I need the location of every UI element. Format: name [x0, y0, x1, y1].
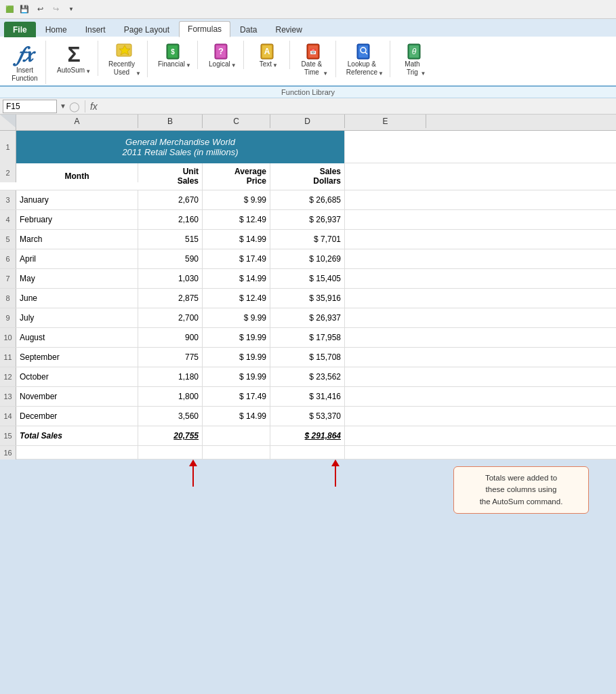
cell-2-b[interactable]: Unit Sales [138, 163, 203, 190]
cell-4-c[interactable]: $ 12.49 [203, 210, 270, 229]
undo-button[interactable]: ↩ [33, 3, 47, 16]
cell-12-c[interactable]: $ 19.99 [203, 367, 270, 386]
insert-function-button[interactable]: 𝑓𝑥 InsertFunction [9, 41, 40, 84]
save-button[interactable]: 💾 [18, 3, 31, 16]
cell-4-a[interactable]: February [16, 210, 138, 229]
cell-11-e[interactable] [345, 348, 426, 367]
cell-11-c[interactable]: $ 19.99 [203, 348, 270, 367]
cell-8-c[interactable]: $ 12.49 [203, 289, 270, 308]
cell-2-d[interactable]: Sales Dollars [270, 163, 345, 190]
cell-3-c[interactable]: $ 9.99 [203, 190, 270, 209]
cell-14-d[interactable]: $ 53,370 [270, 407, 345, 426]
tab-insert[interactable]: Insert [77, 22, 115, 37]
cell-15-c[interactable] [203, 426, 270, 445]
cell-5-b[interactable]: 515 [138, 230, 203, 249]
cell-14-e[interactable] [345, 407, 426, 426]
cell-9-d[interactable]: $ 26,937 [270, 308, 345, 327]
tab-formulas[interactable]: Formulas [179, 21, 230, 37]
tab-home[interactable]: Home [37, 22, 76, 37]
tab-file[interactable]: File [4, 22, 36, 37]
recently-used-button[interactable]: RecentlyUsed ▼ [106, 41, 143, 77]
cell-6-e[interactable] [345, 249, 426, 268]
customize-qat-button[interactable]: ▼ [64, 3, 78, 16]
cell-3-e[interactable] [345, 190, 426, 209]
col-header-c[interactable]: C [203, 115, 270, 128]
cell-1-e[interactable] [345, 131, 426, 150]
cell-ref-dropdown[interactable]: ▼ [60, 102, 66, 110]
cell-4-d[interactable]: $ 26,937 [270, 210, 345, 229]
cell-13-d[interactable]: $ 31,416 [270, 387, 345, 406]
lookup-button[interactable]: Lookup &Reference ▼ [344, 41, 386, 77]
tab-data[interactable]: Data [231, 22, 266, 37]
redo-button[interactable]: ↪ [49, 3, 62, 16]
cell-8-d[interactable]: $ 35,916 [270, 289, 345, 308]
cell-4-e[interactable] [345, 210, 426, 229]
cell-15-e[interactable] [345, 426, 426, 445]
cell-8-a[interactable]: June [16, 289, 138, 308]
cell-11-d[interactable]: $ 15,708 [270, 348, 345, 367]
cell-7-d[interactable]: $ 15,405 [270, 269, 345, 288]
cell-15-a[interactable]: Total Sales [16, 426, 138, 445]
cell-6-b[interactable]: 590 [138, 249, 203, 268]
datetime-button[interactable]: 📅 Date &Time ▼ [299, 41, 330, 77]
col-header-b[interactable]: B [138, 115, 203, 128]
cell-15-d[interactable]: $ 291,864 [270, 426, 345, 445]
cell-7-c[interactable]: $ 14.99 [203, 269, 270, 288]
col-header-a[interactable]: A [16, 115, 138, 128]
autosum-button[interactable]: Σ AutoSum ▼ [54, 41, 94, 76]
tab-review[interactable]: Review [266, 22, 310, 37]
text-button[interactable]: A Text ▼ [253, 41, 284, 69]
cell-16-c[interactable] [203, 446, 270, 460]
formula-input[interactable] [103, 102, 613, 111]
math-button[interactable]: θ MathTrig ▼ [400, 41, 431, 77]
cell-14-b[interactable]: 3,560 [138, 407, 203, 426]
cell-14-a[interactable]: December [16, 407, 138, 426]
cell-8-b[interactable]: 2,875 [138, 289, 203, 308]
cell-7-e[interactable] [345, 269, 426, 288]
tab-page-layout[interactable]: Page Layout [115, 22, 178, 37]
cell-10-c[interactable]: $ 19.99 [203, 328, 270, 347]
cell-3-b[interactable]: 2,670 [138, 190, 203, 209]
cell-16-a[interactable] [16, 446, 138, 460]
cell-7-b[interactable]: 1,030 [138, 269, 203, 288]
cell-reference-box[interactable]: F15 [3, 100, 57, 113]
cell-16-b[interactable] [138, 446, 203, 460]
cell-10-e[interactable] [345, 328, 426, 347]
cell-2-a[interactable]: Month [16, 163, 138, 182]
cell-12-e[interactable] [345, 367, 426, 386]
cell-3-a[interactable]: January [16, 190, 138, 209]
cell-10-a[interactable]: August [16, 328, 138, 347]
cell-15-b[interactable]: 20,755 [138, 426, 203, 445]
col-header-e[interactable]: E [345, 115, 426, 128]
cell-13-a[interactable]: November [16, 387, 138, 406]
cell-8-e[interactable] [345, 289, 426, 308]
cell-13-b[interactable]: 1,800 [138, 387, 203, 406]
cell-5-e[interactable] [345, 230, 426, 249]
col-header-d[interactable]: D [270, 115, 345, 128]
cell-2-e[interactable] [345, 163, 426, 182]
financial-button[interactable]: $ Financial ▼ [156, 41, 193, 69]
cell-13-e[interactable] [345, 387, 426, 406]
logical-button[interactable]: ? Logical ▼ [207, 41, 239, 69]
cell-9-a[interactable]: July [16, 308, 138, 327]
cell-5-d[interactable]: $ 7,701 [270, 230, 345, 249]
cell-12-b[interactable]: 1,180 [138, 367, 203, 386]
cell-2-c[interactable]: Average Price [203, 163, 270, 190]
cell-11-a[interactable]: September [16, 348, 138, 367]
cell-16-e[interactable] [345, 446, 426, 460]
cell-5-c[interactable]: $ 14.99 [203, 230, 270, 249]
cell-3-d[interactable]: $ 26,685 [270, 190, 345, 209]
cell-9-e[interactable] [345, 308, 426, 327]
cell-6-c[interactable]: $ 17.49 [203, 249, 270, 268]
cell-4-b[interactable]: 2,160 [138, 210, 203, 229]
cell-5-a[interactable]: March [16, 230, 138, 249]
title-cell[interactable]: General Merchandise World 2011 Retail Sa… [16, 131, 345, 163]
cell-16-d[interactable] [270, 446, 345, 460]
cell-9-b[interactable]: 2,700 [138, 308, 203, 327]
cell-7-a[interactable]: May [16, 269, 138, 288]
cell-11-b[interactable]: 775 [138, 348, 203, 367]
cell-10-d[interactable]: $ 17,958 [270, 328, 345, 347]
cell-6-d[interactable]: $ 10,269 [270, 249, 345, 268]
cell-10-b[interactable]: 900 [138, 328, 203, 347]
cell-6-a[interactable]: April [16, 249, 138, 268]
